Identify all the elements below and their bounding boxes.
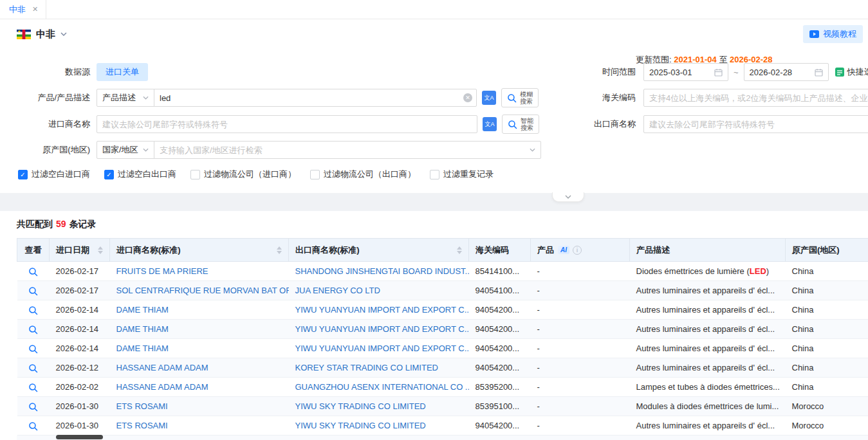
collapse-form-button[interactable] bbox=[552, 192, 584, 202]
origin-type-value: 国家/地区 bbox=[102, 144, 138, 156]
exporter-link[interactable]: YIWU YUANYUAN IMPORT AND EXPORT C... bbox=[295, 324, 469, 334]
view-record-button[interactable] bbox=[28, 421, 38, 431]
product-cell: - bbox=[531, 300, 630, 320]
filter-checkbox[interactable]: 过滤重复记录 bbox=[430, 169, 494, 180]
translate-icon[interactable]: 文A bbox=[483, 117, 497, 131]
exporter-link[interactable]: YIWU SKY TRADING CO LIMITED bbox=[295, 421, 426, 430]
view-record-button[interactable] bbox=[28, 402, 38, 412]
view-record-button[interactable] bbox=[28, 383, 38, 392]
sort-icons[interactable] bbox=[457, 246, 462, 254]
hs-code-label: 海关编码 bbox=[560, 92, 643, 104]
table-row: 2026-01-30 ETS ROSAMI YIWU SKY TRADING C… bbox=[17, 416, 868, 435]
importer-link[interactable]: DAME THIAM bbox=[116, 344, 169, 353]
importer-name-input[interactable] bbox=[97, 115, 477, 133]
exporter-link[interactable]: SHANDONG JINSHENGTAI BOARD INDUST... bbox=[295, 266, 469, 276]
exporter-link[interactable]: GUANGZHOU ASENX INTERNATIONAL CO ... bbox=[295, 382, 469, 392]
product-cell: - bbox=[531, 416, 630, 435]
checkbox-icon bbox=[190, 170, 200, 179]
filter-checkbox[interactable]: 过滤物流公司（出口商） bbox=[310, 169, 416, 180]
view-record-button[interactable] bbox=[28, 363, 38, 373]
description-cell: Autres luminaires et appareils d' écl... bbox=[630, 358, 786, 378]
table-row: 2026-02-12 HASSANE ADAM ADAM KOREY STAR … bbox=[17, 358, 868, 378]
column-label: 产品 bbox=[537, 244, 554, 256]
video-tutorial-button[interactable]: 视频教程 bbox=[803, 25, 863, 43]
hs-code-input[interactable] bbox=[643, 89, 868, 107]
importer-link[interactable]: HASSANE ADAM ADAM bbox=[116, 363, 208, 372]
view-record-button[interactable] bbox=[28, 267, 38, 277]
exporter-link[interactable]: JUA ENERGY CO LTD bbox=[295, 286, 380, 295]
search-icon bbox=[28, 325, 38, 335]
search-icon bbox=[28, 306, 38, 315]
hs-code-cell: 94054200... bbox=[469, 358, 531, 378]
description-text: ) bbox=[766, 266, 769, 276]
sort-icons[interactable] bbox=[277, 246, 282, 254]
column-label: 海关编码 bbox=[476, 244, 509, 256]
data-source-import-declarations[interactable]: 进口关单 bbox=[97, 63, 148, 81]
search-icon bbox=[28, 344, 38, 354]
description-cell: Autres luminaires et appareils d' écl... bbox=[630, 300, 786, 320]
importer-link[interactable]: ETS ROSAMI bbox=[116, 421, 168, 430]
chevron-down-icon bbox=[530, 148, 535, 152]
quick-select-button[interactable]: 快捷选择 bbox=[835, 66, 868, 78]
checkbox-icon bbox=[104, 170, 114, 179]
end-date-picker[interactable]: 2026-02-28 bbox=[744, 63, 829, 81]
clear-input-icon[interactable]: ✕ bbox=[463, 93, 472, 102]
column-header-origin: 原产国(地区) bbox=[786, 239, 868, 262]
product-field-type-select[interactable]: 产品描述 bbox=[97, 89, 154, 107]
exporter-link[interactable]: YIWU SKY TRADING CO LIMITED bbox=[295, 401, 426, 411]
summary-suffix: 条记录 bbox=[69, 219, 97, 230]
country-selector[interactable]: 中非 bbox=[17, 28, 67, 41]
exporter-link[interactable]: YIWU YUANYUAN IMPORT AND EXPORT C... bbox=[295, 305, 469, 315]
smart-search-button[interactable]: 智能 搜索 bbox=[502, 115, 539, 134]
importer-link[interactable]: HASSANE ADAM ADAM bbox=[116, 382, 208, 392]
search-icon bbox=[28, 267, 38, 277]
checkbox-icon bbox=[310, 170, 320, 179]
exporter-name-input[interactable] bbox=[643, 115, 868, 133]
translate-icon[interactable]: 文A bbox=[482, 91, 496, 105]
close-icon[interactable]: ✕ bbox=[32, 6, 38, 13]
column-header-description: 产品描述 bbox=[630, 239, 786, 262]
import-date-cell: 2026-02-14 bbox=[50, 300, 110, 320]
search-icon bbox=[508, 120, 517, 129]
chevron-down-icon bbox=[143, 96, 149, 100]
filter-label: 过滤物流公司（进口商） bbox=[204, 169, 296, 180]
view-record-button[interactable] bbox=[28, 325, 38, 335]
exporter-link[interactable]: YIWU YUANYUAN IMPORT AND EXPORT C... bbox=[295, 344, 469, 353]
column-label: 进口日期 bbox=[56, 244, 89, 256]
fuzzy-search-button[interactable]: 模糊 搜索 bbox=[501, 88, 539, 107]
importer-link[interactable]: SOL CENTRAFRIQUE RUE MORVAN BAT OF... bbox=[116, 286, 289, 295]
view-record-button[interactable] bbox=[28, 286, 38, 296]
description-cell: Diodes émettrices de lumière (LED) bbox=[630, 262, 786, 281]
origin-country-input[interactable] bbox=[154, 141, 541, 159]
horizontal-scrollbar-thumb[interactable] bbox=[56, 435, 103, 439]
view-record-button[interactable] bbox=[28, 306, 38, 315]
exporter-link[interactable]: KOREY STAR TRADING CO LIMITED bbox=[295, 363, 438, 372]
view-record-button[interactable] bbox=[28, 344, 38, 354]
origin-type-select[interactable]: 国家/地区 bbox=[97, 141, 154, 159]
filter-checkbox[interactable]: 过滤物流公司（进口商） bbox=[190, 169, 296, 180]
import-date-cell: 2026-02-17 bbox=[50, 262, 110, 281]
tab-central-africa[interactable]: 中非 ✕ bbox=[0, 0, 46, 19]
origin-cell: China bbox=[786, 281, 868, 300]
chevron-down-icon bbox=[565, 195, 571, 199]
sort-icons[interactable] bbox=[98, 246, 103, 254]
results-table-body: 2026-02-17 FRUITS DE MA PRIERE SHANDONG … bbox=[17, 262, 868, 435]
filter-checkbox[interactable]: 过滤空白出口商 bbox=[104, 169, 176, 180]
results-summary: 共匹配到 59 条记录 bbox=[17, 219, 868, 230]
update-range-label: 更新范围: bbox=[636, 55, 672, 64]
product-search-input[interactable] bbox=[154, 89, 477, 107]
filter-checkbox[interactable]: 过滤空白进口商 bbox=[18, 169, 90, 180]
importer-link[interactable]: DAME THIAM bbox=[116, 324, 169, 334]
start-date-picker[interactable]: 2025-03-01 bbox=[643, 63, 728, 81]
info-icon[interactable] bbox=[573, 246, 582, 255]
filter-label: 过滤重复记录 bbox=[443, 169, 494, 180]
central-african-republic-flag-icon bbox=[17, 30, 31, 39]
importer-link[interactable]: DAME THIAM bbox=[116, 305, 169, 315]
product-cell: - bbox=[531, 320, 630, 339]
product-cell: - bbox=[531, 378, 630, 397]
importer-link[interactable]: ETS ROSAMI bbox=[116, 401, 168, 411]
section-divider bbox=[0, 193, 868, 211]
video-icon bbox=[809, 30, 819, 38]
importer-link[interactable]: FRUITS DE MA PRIERE bbox=[116, 266, 208, 276]
search-icon bbox=[507, 93, 517, 103]
